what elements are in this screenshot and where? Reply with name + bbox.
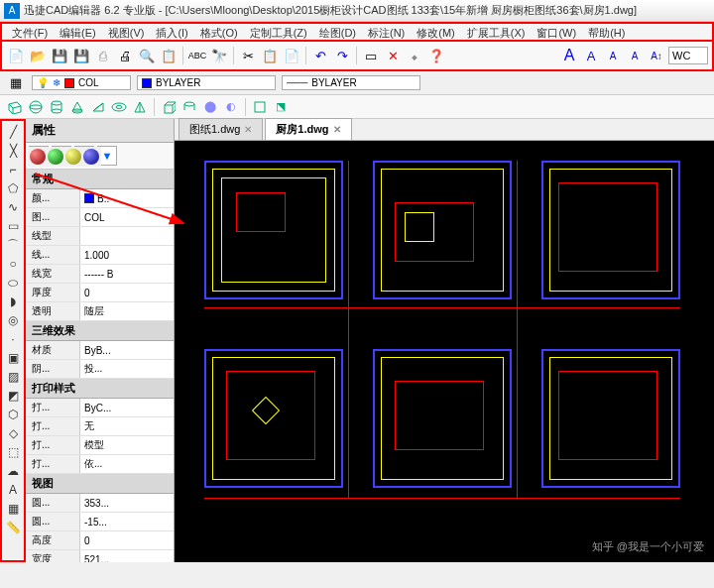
close-icon[interactable]: ✕: [244, 124, 252, 135]
menu-custom-tools[interactable]: 定制工具(Z): [244, 24, 313, 40]
menu-file[interactable]: 文件(F): [6, 24, 54, 40]
menu-format[interactable]: 格式(O): [194, 24, 244, 40]
polyline-icon[interactable]: ⌐: [3, 161, 23, 178]
revolve-icon[interactable]: [180, 98, 198, 116]
linetype-combo[interactable]: ─── BYLAYER: [282, 75, 420, 90]
prop-row-ltscale[interactable]: 线...1.000: [26, 246, 174, 265]
revcloud-icon[interactable]: ☁: [3, 462, 23, 480]
render-green-icon[interactable]: [48, 149, 63, 165]
xline-icon[interactable]: ╳: [3, 142, 23, 160]
menu-help[interactable]: 帮助(H): [582, 24, 631, 40]
cut-icon[interactable]: ✂: [238, 46, 258, 65]
gradient-icon[interactable]: ◩: [3, 387, 23, 405]
saveall-icon[interactable]: 💾: [71, 46, 91, 65]
prop-row-color[interactable]: 颜...B..: [26, 189, 174, 208]
cylinder-icon[interactable]: [48, 98, 65, 116]
menu-dimension[interactable]: 标注(N): [362, 24, 411, 40]
plot-icon[interactable]: 📋: [159, 46, 178, 65]
save-icon[interactable]: 💾: [50, 46, 69, 65]
text-icon[interactable]: A: [3, 481, 23, 499]
undo-icon[interactable]: ↶: [310, 46, 330, 65]
prop-group-view[interactable]: 视图: [26, 474, 174, 494]
box-icon[interactable]: [6, 98, 24, 116]
prop-row-shadow[interactable]: 阴...投...: [26, 360, 174, 379]
props-icon[interactable]: ⬥: [405, 46, 424, 65]
subtract-icon[interactable]: ◐: [222, 98, 240, 116]
prop-row-ps1[interactable]: 打...ByC...: [26, 399, 174, 417]
wipeout-icon[interactable]: ⬚: [3, 443, 23, 461]
select-icon[interactable]: ▭: [361, 46, 381, 65]
prop-row-linetype[interactable]: 线型: [26, 227, 174, 246]
layer-manager-icon[interactable]: ▦: [6, 73, 26, 93]
prop-group-plotstyle[interactable]: 打印样式: [26, 379, 174, 399]
prop-row-ps4[interactable]: 打...依...: [26, 455, 174, 474]
tab-drawing1[interactable]: 图纸1.dwg ✕: [178, 118, 263, 140]
prop-row-v1[interactable]: 圆...353...: [26, 494, 174, 513]
spell-icon[interactable]: ABC: [187, 46, 207, 65]
prop-row-transparency[interactable]: 透明随层: [26, 302, 174, 321]
menu-window[interactable]: 窗口(W): [531, 24, 582, 40]
block-icon[interactable]: ▣: [3, 349, 23, 367]
menu-insert[interactable]: 插入(I): [150, 24, 193, 40]
hatch-icon[interactable]: ▨: [3, 368, 23, 386]
drawing-canvas[interactable]: 知乎 @我是一个小可爱: [175, 141, 714, 562]
measure-icon[interactable]: 📏: [3, 519, 23, 536]
open-icon[interactable]: 📂: [28, 46, 48, 65]
prop-row-ps3[interactable]: 打...模型: [26, 436, 174, 455]
text-style-icon[interactable]: A: [581, 46, 601, 65]
donut-icon[interactable]: ◎: [3, 311, 23, 329]
rectangle-icon[interactable]: ▭: [3, 217, 23, 235]
render-yellow-icon[interactable]: [65, 149, 81, 165]
prop-row-lineweight[interactable]: 线宽------ B: [26, 265, 174, 284]
prop-row-v3[interactable]: 高度0: [26, 531, 174, 550]
spline-icon[interactable]: ∿: [3, 198, 23, 216]
boundary-icon[interactable]: ⬡: [3, 406, 23, 423]
text-scale-icon[interactable]: A↕: [647, 46, 666, 65]
prop-row-thickness[interactable]: 厚度0: [26, 284, 174, 302]
redo-icon[interactable]: ↷: [332, 46, 352, 65]
union-icon[interactable]: ⬤: [201, 98, 219, 116]
tab-kitchen1[interactable]: 厨房1.dwg ✕: [265, 118, 351, 140]
extrude-icon[interactable]: [160, 98, 178, 116]
ellipse-icon[interactable]: ⬭: [3, 274, 23, 292]
region-icon[interactable]: [251, 98, 269, 116]
new-icon[interactable]: 📄: [6, 46, 26, 65]
delete-icon[interactable]: ✕: [383, 46, 403, 65]
menu-draw[interactable]: 绘图(D): [313, 24, 362, 40]
prop-row-layer[interactable]: 图...COL: [26, 208, 174, 227]
prop-row-ps2[interactable]: 打...无: [26, 417, 174, 436]
prop-row-v4[interactable]: 宽度521...: [26, 550, 174, 562]
torus-icon[interactable]: [110, 98, 128, 116]
prop-row-material[interactable]: 材质ByB...: [26, 341, 174, 360]
menu-modify[interactable]: 修改(M): [411, 24, 461, 40]
region2-icon[interactable]: ◇: [3, 424, 23, 442]
print-icon[interactable]: 🖨: [115, 46, 135, 65]
text-big-icon[interactable]: A: [559, 46, 579, 65]
point-icon[interactable]: ·: [3, 330, 23, 348]
sphere-icon[interactable]: [27, 98, 45, 116]
render-blue-icon[interactable]: [83, 149, 99, 165]
find-icon[interactable]: 🔭: [209, 46, 229, 65]
menu-edit[interactable]: 编辑(E): [54, 24, 102, 40]
slice-icon[interactable]: ⬔: [272, 98, 290, 116]
menu-view[interactable]: 视图(V): [102, 24, 151, 40]
close-icon[interactable]: ✕: [333, 124, 341, 135]
copy-icon[interactable]: 📋: [260, 46, 280, 65]
wedge-icon[interactable]: [89, 98, 107, 116]
preview-icon[interactable]: 🔍: [137, 46, 157, 65]
text-input-field[interactable]: [668, 47, 708, 64]
prop-group-3d[interactable]: 三维效果: [26, 321, 174, 341]
ellipse-arc-icon[interactable]: ◗: [3, 293, 23, 310]
table-icon[interactable]: ▦: [3, 500, 23, 518]
prop-group-general[interactable]: 常规: [26, 170, 174, 189]
arc-icon[interactable]: ⌒: [3, 236, 23, 254]
render-red-icon[interactable]: [30, 149, 46, 165]
layer-combo[interactable]: 💡❄ COL: [32, 75, 131, 90]
export-icon[interactable]: ⎙: [93, 46, 113, 65]
prop-row-v2[interactable]: 圆...-15...: [26, 513, 174, 531]
line-icon[interactable]: ╱: [3, 123, 23, 141]
circle-icon[interactable]: ○: [3, 255, 23, 273]
help-icon[interactable]: ❓: [426, 46, 446, 65]
menu-ext-tools[interactable]: 扩展工具(X): [461, 24, 532, 40]
pyramid-icon[interactable]: [131, 98, 149, 116]
